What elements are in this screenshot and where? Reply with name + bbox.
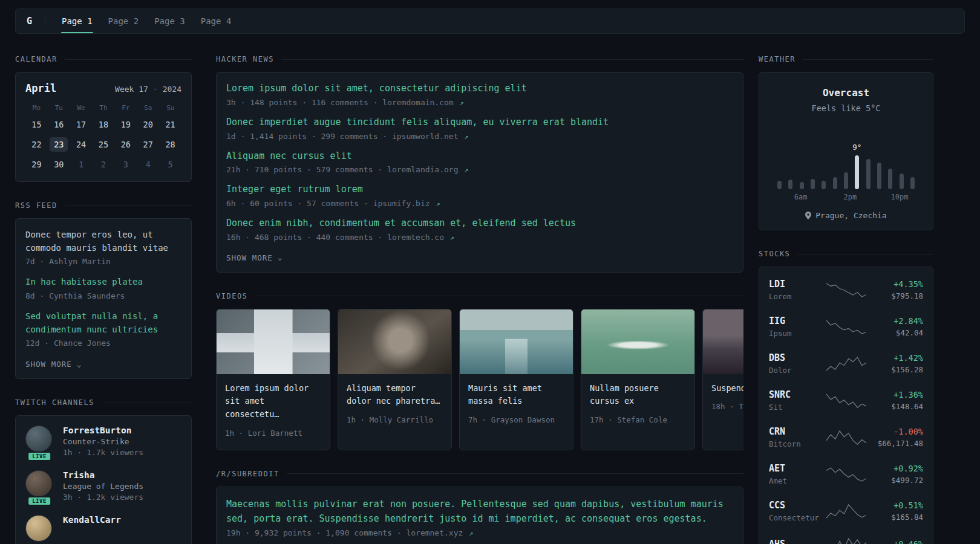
stock-sparkline [825, 392, 867, 409]
external-link-icon[interactable]: ↗ [469, 529, 473, 537]
twitch-channel[interactable]: LIVE Trisha League of Legends 3h · 1.2k … [25, 470, 181, 502]
video-card[interactable]: Mauris sit amet massa felis 7h · Grayson… [459, 309, 573, 450]
stock-row[interactable]: AHS +0.46% [769, 529, 923, 544]
weather-bar [800, 182, 804, 189]
location-pin-icon [805, 212, 811, 219]
calendar-day[interactable]: 1 [72, 157, 90, 172]
video-card[interactable]: Lorem ipsum dolor sit amet consectetu… 1… [216, 309, 330, 450]
calendar-day[interactable]: 24 [72, 137, 90, 152]
stock-row[interactable]: CCS Consectetur +0.51% $165.84 [769, 493, 923, 529]
rss-item[interactable]: Donec tempor eros leo, ut commodo mauris… [25, 228, 181, 266]
calendar-widget: CALENDAR April Week 17 · 2024 MoTuWeThFr… [15, 55, 192, 182]
stock-price: $499.72 [867, 476, 923, 485]
video-card[interactable]: Nullam posuere cursus ex 17h · Stefan Co… [581, 309, 695, 450]
stock-row[interactable]: SNRC Sit +1.36% $148.64 [769, 382, 923, 419]
middle-column: HACKER NEWS Lorem ipsum dolor sit amet, … [216, 55, 743, 544]
channel-name[interactable]: KendallCarr [63, 515, 121, 525]
hackernews-title[interactable]: Aliquam nec cursus elit [226, 150, 733, 163]
stock-symbol[interactable]: LDI [769, 279, 825, 290]
subreddit-header-label: /R/SUBREDDIT [216, 470, 279, 478]
twitch-widget: TWITCH CHANNELS LIVE ForrestBurton Count… [15, 398, 192, 544]
weather-time-label: 10pm [891, 193, 909, 201]
hackernews-item[interactable]: Donec imperdiet augue tincidunt felis al… [226, 116, 733, 141]
hackernews-title[interactable]: Donec enim nibh, condimentum et accumsan… [226, 217, 733, 230]
app-logo[interactable]: G [27, 16, 42, 27]
channel-name[interactable]: ForrestBurton [63, 426, 143, 435]
calendar-day[interactable]: 28 [162, 137, 180, 152]
calendar-day[interactable]: 26 [117, 137, 135, 152]
calendar-day[interactable]: 2 [94, 157, 113, 172]
hackernews-item[interactable]: Donec enim nibh, condimentum et accumsan… [226, 217, 733, 242]
hackernews-header: HACKER NEWS [216, 55, 743, 63]
tab-page-3[interactable]: Page 3 [146, 9, 193, 33]
stock-symbol[interactable]: IIG [769, 316, 825, 326]
stock-change: +1.42% [867, 353, 923, 363]
external-link-icon[interactable]: ↗ [464, 132, 468, 141]
calendar-dow-label: Tu [48, 104, 70, 112]
calendar-day[interactable]: 25 [94, 137, 113, 152]
calendar-day[interactable]: 18 [94, 117, 113, 132]
calendar-day[interactable]: 16 [50, 117, 68, 132]
header-rule [65, 59, 192, 60]
calendar-day[interactable]: 17 [72, 117, 90, 132]
calendar-day[interactable]: 19 [117, 117, 135, 132]
external-link-icon[interactable]: ↗ [460, 99, 464, 107]
tab-page-2[interactable]: Page 2 [100, 9, 147, 33]
calendar-day[interactable]: 5 [162, 157, 180, 172]
calendar-day[interactable]: 23 [50, 137, 68, 152]
weather-time-label: 6am [794, 193, 808, 201]
stock-row[interactable]: DBS Dolor +1.42% $156.28 [769, 345, 923, 382]
weather-bar [811, 179, 815, 189]
stock-row[interactable]: IIG Ipsum +2.84% $42.04 [769, 308, 923, 345]
hackernews-title[interactable]: Integer eget rutrum lorem [226, 183, 733, 196]
calendar-day[interactable]: 29 [27, 157, 45, 172]
rss-item-title[interactable]: In hac habitasse platea [25, 276, 181, 289]
twitch-header-label: TWITCH CHANNELS [15, 398, 94, 407]
hackernews-item[interactable]: Lorem ipsum dolor sit amet, consectetur … [226, 82, 733, 107]
stock-row[interactable]: LDI Lorem +4.35% $795.18 [769, 271, 923, 308]
rss-show-more-button[interactable]: SHOW MORE ⌄ [25, 360, 82, 369]
stock-symbol[interactable]: AET [769, 463, 825, 474]
calendar-day[interactable]: 30 [50, 157, 68, 172]
calendar-day[interactable]: 21 [162, 117, 180, 132]
weather-condition: Overcast [769, 87, 923, 99]
subreddit-post[interactable]: Maecenas mollis pulvinar erat non posuer… [226, 497, 733, 537]
video-card[interactable]: Aliquam tempor dolor nec pharetra… 1h · … [338, 309, 452, 450]
hackernews-item[interactable]: Aliquam nec cursus elit 21h · 710 points… [226, 150, 733, 175]
hackernews-show-more-button[interactable]: SHOW MORE ⌄ [226, 253, 283, 262]
calendar-day[interactable]: 3 [117, 157, 135, 172]
stock-symbol[interactable]: AHS [769, 539, 825, 544]
video-card[interactable]: Suspendisse diam 18h · Tara [702, 309, 743, 450]
hackernews-meta: 6h · 60 points · 57 comments · ipsumify.… [226, 199, 733, 208]
calendar-header: CALENDAR [15, 55, 192, 63]
tab-page-1[interactable]: Page 1 [54, 9, 100, 33]
weather-card: Overcast Feels like 5°C 9° 6am2pm10pm Pr… [759, 72, 933, 230]
stock-symbol[interactable]: CCS [769, 500, 825, 511]
rss-item[interactable]: Sed volutpat nulla nisl, a condimentum n… [25, 310, 181, 348]
channel-name[interactable]: Trisha [63, 470, 143, 480]
stock-row[interactable]: CRN Bitcorn -1.00% $66,171.48 [769, 419, 923, 456]
twitch-channel[interactable]: KendallCarr [25, 515, 181, 542]
hackernews-title[interactable]: Donec imperdiet augue tincidunt felis al… [226, 116, 733, 129]
hackernews-item[interactable]: Integer eget rutrum lorem 6h · 60 points… [226, 183, 733, 208]
rss-item-title[interactable]: Donec tempor eros leo, ut commodo mauris… [25, 228, 181, 254]
twitch-channel[interactable]: LIVE ForrestBurton Counter-Strike 1h · 1… [25, 426, 181, 457]
rss-item[interactable]: In hac habitasse platea 8d · Cynthia Sau… [25, 276, 181, 300]
tab-page-4[interactable]: Page 4 [193, 9, 240, 33]
calendar-day[interactable]: 22 [27, 137, 45, 152]
calendar-day[interactable]: 15 [27, 117, 45, 132]
stock-symbol[interactable]: CRN [769, 426, 825, 437]
calendar-day[interactable]: 20 [139, 117, 157, 132]
subreddit-post-title[interactable]: Maecenas mollis pulvinar erat non posuer… [226, 497, 733, 526]
rss-item-title[interactable]: Sed volutpat nulla nisl, a condimentum n… [25, 310, 181, 336]
stock-symbol[interactable]: DBS [769, 352, 825, 363]
calendar-day[interactable]: 4 [139, 157, 157, 172]
external-link-icon[interactable]: ↗ [450, 233, 454, 242]
external-link-icon[interactable]: ↗ [464, 166, 468, 174]
stock-symbol[interactable]: SNRC [769, 389, 825, 400]
external-link-icon[interactable]: ↗ [436, 199, 440, 208]
hackernews-title[interactable]: Lorem ipsum dolor sit amet, consectetur … [226, 82, 733, 96]
calendar-day[interactable]: 27 [139, 137, 157, 152]
weather-widget: WEATHER Overcast Feels like 5°C 9° 6am2p… [759, 55, 933, 230]
stock-row[interactable]: AET Amet +0.92% $499.72 [769, 456, 923, 493]
